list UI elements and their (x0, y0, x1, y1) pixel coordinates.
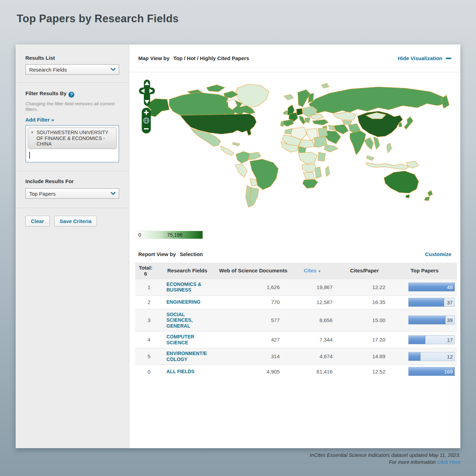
country[interactable] (206, 85, 225, 92)
help-icon[interactable]: ? (68, 92, 74, 98)
row-cites: 7,344 (288, 331, 337, 348)
country-russia[interactable] (309, 87, 447, 113)
bar-value: 48 (447, 284, 453, 290)
world-map[interactable] (135, 78, 458, 224)
row-cites: 12,587 (288, 295, 337, 309)
report-view-title: Report View by Selection (138, 251, 203, 257)
country[interactable] (321, 83, 329, 88)
map-pan-control[interactable] (139, 79, 155, 106)
results-list-dropdown[interactable]: Research Fields (25, 64, 119, 75)
footer-line1: InCites Essential Science Indicators dat… (16, 452, 460, 459)
include-results-dropdown[interactable]: Top Papers (25, 188, 119, 199)
country-australia[interactable] (384, 171, 419, 193)
country-peru[interactable] (235, 164, 247, 177)
table-row: 5 ENVIRONMENT/ECOLOGY 314 4,674 14.89 12 (135, 348, 457, 365)
country-kazakhstan[interactable] (333, 112, 356, 120)
country[interactable] (299, 140, 314, 148)
map-area: 0 75,196 (129, 72, 460, 239)
row-docs: 1,626 (219, 279, 288, 295)
country-thailand-myanmar[interactable] (364, 138, 374, 149)
country-colombia[interactable] (236, 151, 250, 163)
content-panel: Results List Research Fields Filter Resu… (16, 44, 460, 448)
click-here-link[interactable]: Click Here (437, 459, 460, 465)
row-cites: 8,656 (288, 309, 337, 331)
bar-fill (409, 298, 444, 306)
report-table: Total:6 Research Fields Web of Science D… (135, 263, 457, 378)
col-cites-per-paper[interactable]: Cites/Paper (337, 263, 392, 279)
top-papers-bar: 169 (408, 367, 455, 376)
country-indonesia[interactable] (366, 163, 409, 170)
filter-tag: × SOUTHWESTERN UNIVERSITY OF FINANCE & E… (28, 128, 117, 149)
country[interactable] (221, 146, 234, 156)
country-tasmania[interactable] (405, 195, 410, 198)
bar-value: 37 (447, 299, 453, 305)
filter-input-box[interactable]: × SOUTHWESTERN UNIVERSITY OF FINANCE & E… (25, 125, 119, 163)
country-ethiopia[interactable] (324, 145, 338, 152)
country-usa[interactable] (180, 114, 256, 136)
chevron-down-icon (107, 68, 119, 71)
report-view-title-scope: Selection (180, 251, 203, 257)
col-cites-sorted[interactable]: Cites▼ (288, 263, 337, 279)
row-docs: 770 (219, 295, 288, 309)
table-row: 0 ALL FIELDS 4,905 61,416 12.52 169 (135, 365, 457, 378)
country-namibia-botswana[interactable] (303, 172, 314, 179)
top-papers-bar: 12 (408, 352, 455, 361)
field-link[interactable]: ALL FIELDS (166, 369, 210, 375)
country-angola-zambia[interactable] (302, 164, 317, 172)
field-link[interactable]: ENVIRONMENT/ECOLOGY (166, 351, 210, 362)
col-research-fields[interactable]: Research Fields (156, 263, 219, 279)
save-criteria-button[interactable]: Save Criteria (54, 216, 97, 227)
row-cites-per-paper: 12.52 (337, 365, 392, 378)
country-argentina[interactable] (250, 188, 259, 206)
table-row: 4 COMPUTER SCIENCE 427 7,344 17.20 17 (135, 331, 457, 348)
row-cites-per-paper: 15.00 (337, 309, 392, 331)
row-rank: 2 (135, 295, 156, 309)
country-central-africa[interactable] (298, 152, 317, 164)
page-title: Top Papers by Research Fields (17, 13, 179, 25)
field-link[interactable]: SOCIAL SCIENCES, GENERAL (166, 312, 210, 329)
country-bolivia[interactable] (250, 179, 257, 186)
country-japan[interactable] (404, 117, 413, 129)
country-germany[interactable] (296, 108, 303, 115)
field-link[interactable]: ENGINEERING (166, 299, 210, 305)
country-new-zealand[interactable] (428, 190, 433, 196)
table-row: 1 ECONOMICS & BUSINESS 1,626 19,867 12.2… (135, 279, 457, 295)
country-vietnam[interactable] (374, 137, 380, 149)
include-results-value: Top Papers (26, 191, 107, 197)
country-turkey[interactable] (312, 120, 328, 125)
country-venezuela[interactable] (248, 152, 261, 160)
bar-value: 17 (447, 337, 453, 343)
country-iceland[interactable] (284, 95, 294, 100)
country-malaysia[interactable] (367, 156, 374, 161)
country-madagascar[interactable] (326, 166, 330, 177)
add-filter-link[interactable]: Add Filter » (25, 117, 54, 123)
clear-button[interactable]: Clear (25, 216, 50, 227)
row-cites: 61,416 (288, 365, 337, 378)
country-india[interactable] (350, 131, 366, 155)
field-link[interactable]: COMPUTER SCIENCE (166, 334, 210, 345)
country-egypt[interactable] (318, 128, 328, 137)
map-view-title-scope: Top / Hot / Highly Cited Papers (173, 55, 249, 61)
country-kenya-tanzania[interactable] (318, 152, 326, 161)
map-zoom-control[interactable] (142, 108, 151, 133)
remove-tag-icon[interactable]: × (31, 130, 34, 135)
country-ireland[interactable] (283, 110, 287, 115)
country-south-africa[interactable] (303, 179, 318, 188)
customize-link[interactable]: Customize (425, 251, 451, 257)
field-link[interactable]: ECONOMICS & BUSINESS (166, 281, 210, 293)
bar-value: 39 (447, 317, 453, 323)
row-cites: 4,674 (288, 348, 337, 365)
country-spain[interactable] (283, 120, 294, 126)
row-docs: 427 (219, 331, 288, 348)
country-mozambique[interactable] (315, 167, 321, 179)
minus-icon (446, 58, 451, 59)
col-top-papers[interactable]: Top Papers (392, 263, 457, 279)
country-italy[interactable] (299, 116, 305, 124)
table-row: 3 SOCIAL SCIENCES, GENERAL 577 8,656 15.… (135, 309, 457, 331)
hide-visualization-link[interactable]: Hide Visualization (398, 55, 451, 61)
bar-value: 169 (444, 369, 453, 375)
country-cuba[interactable] (232, 142, 240, 146)
country-new-zealand[interactable] (424, 197, 430, 201)
col-wos-documents[interactable]: Web of Science Documents (219, 263, 288, 279)
country-philippines[interactable] (387, 143, 392, 153)
